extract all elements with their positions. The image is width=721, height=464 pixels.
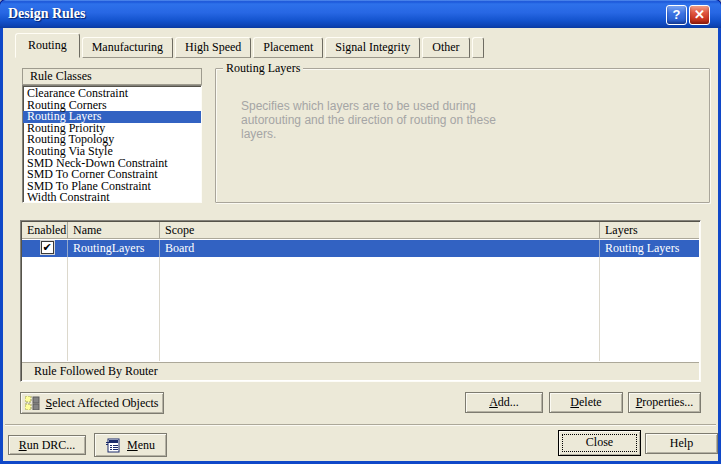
menu-icon	[106, 438, 121, 453]
table-row[interactable]: ✔ RoutingLayers Board Routing Layers	[22, 240, 699, 257]
bottom-divider	[5, 424, 716, 426]
select-affected-objects-label: Select Affected Objects	[45, 393, 158, 413]
help-icon: ?	[673, 7, 681, 22]
column-divider	[67, 257, 68, 361]
group-description: Specifies which layers are to be used du…	[241, 99, 523, 141]
tab-other[interactable]: Other	[422, 37, 469, 58]
rule-class-item[interactable]: Width Constraint	[23, 192, 201, 203]
table-footer-status: Rule Followed By Router	[22, 362, 699, 380]
cell-scope: Board	[160, 240, 600, 257]
cell-layers: Routing Layers	[600, 240, 699, 257]
column-header-enabled[interactable]: Enabled	[22, 222, 68, 238]
grid-icon	[25, 396, 40, 410]
titlebar[interactable]: Design Rules ? ✕	[0, 0, 721, 28]
add-button[interactable]: Add...	[465, 392, 543, 413]
column-header-scope[interactable]: Scope	[160, 222, 600, 238]
column-divider	[159, 257, 160, 361]
properties-button[interactable]: Properties...	[628, 392, 701, 413]
rules-table[interactable]: Enabled Name Scope Layers ✔ RoutingLayer…	[20, 220, 701, 382]
help-button[interactable]: Help	[645, 433, 718, 454]
column-header-layers[interactable]: Layers	[600, 222, 699, 238]
tab-signal-integrity[interactable]: Signal Integrity	[325, 37, 420, 58]
close-button[interactable]: Close	[558, 430, 641, 456]
table-header: Enabled Name Scope Layers	[22, 222, 699, 239]
enabled-checkbox[interactable]: ✔	[41, 241, 54, 254]
column-divider	[599, 257, 600, 361]
menu-button[interactable]: Menu	[94, 433, 167, 457]
titlebar-help-button[interactable]: ?	[666, 5, 687, 25]
tab-strip: Routing Manufacturing High Speed Placeme…	[15, 33, 484, 58]
cell-enabled: ✔	[22, 240, 68, 257]
rule-classes-header: Rule Classes	[22, 68, 202, 85]
design-rules-dialog: Design Rules ? ✕ Routing Manufacturing H…	[0, 0, 721, 464]
group-title: Routing Layers	[223, 61, 303, 75]
close-icon: ✕	[694, 7, 705, 22]
tab-placement[interactable]: Placement	[253, 37, 323, 58]
tab-strip-end	[472, 37, 484, 58]
menu-label: Menu	[127, 436, 155, 455]
select-affected-objects-button[interactable]: Select Affected Objects	[20, 392, 164, 414]
tab-routing[interactable]: Routing	[15, 33, 80, 58]
column-header-name[interactable]: Name	[68, 222, 160, 238]
run-drc-button[interactable]: Run DRC...	[8, 435, 86, 455]
cell-name: RoutingLayers	[68, 240, 160, 257]
tab-manufacturing[interactable]: Manufacturing	[82, 37, 173, 58]
rule-description-group: Routing Layers Specifies which layers ar…	[215, 68, 710, 203]
titlebar-close-button[interactable]: ✕	[689, 5, 710, 25]
window-title: Design Rules	[8, 6, 85, 22]
rule-classes-list[interactable]: Clearance Constraint Routing Corners Rou…	[22, 85, 202, 203]
delete-button[interactable]: Delete	[549, 392, 623, 413]
dialog-body: Routing Manufacturing High Speed Placeme…	[3, 28, 718, 461]
tab-high-speed[interactable]: High Speed	[175, 37, 251, 58]
